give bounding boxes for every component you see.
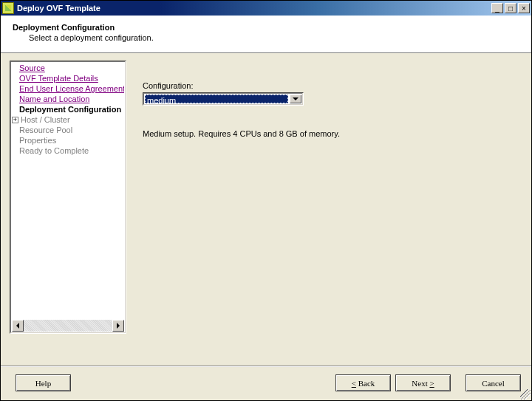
cancel-button[interactable]: Cancel [466,374,521,391]
configuration-description: Medium setup. Requires 4 CPUs and 8 GB o… [143,129,515,138]
help-button[interactable]: Help [16,374,71,391]
back-button[interactable]: < Back [335,374,391,391]
resize-grip-icon[interactable] [520,389,531,400]
wizard-step-deployment-configuration: Deployment Configuration [12,104,124,114]
wizard-step-label: Properties [19,136,56,145]
chevron-down-icon [293,97,299,100]
app-icon [2,2,14,14]
scroll-left-button[interactable] [12,320,24,332]
configuration-dropdown[interactable]: medium [143,92,304,106]
wizard-step-ovf-template-details[interactable]: OVF Template Details [12,73,124,83]
wizard-step-name-and-location[interactable]: Name and Location [12,94,124,104]
wizard-step-label[interactable]: Name and Location [19,95,89,103]
deploy-ovf-window: Deploy OVF Template _ □ × Deployment Con… [0,0,532,401]
minimize-button[interactable]: _ [491,3,503,13]
configuration-value: medium [145,95,288,103]
wizard-step-label[interactable]: Source [19,64,45,72]
wizard-step-label[interactable]: OVF Template Details [19,74,98,83]
wizard-step-label: Host / Cluster [21,115,70,124]
wizard-step-label: Resource Pool [19,126,72,134]
page-title: Deployment Configuration [13,23,519,32]
close-button[interactable]: × [518,3,530,13]
wizard-step-end-user-license-agreement[interactable]: End User License Agreement [12,83,124,94]
wizard-header: Deployment Configuration Select a deploy… [1,16,531,53]
expand-icon[interactable]: + [12,117,18,123]
wizard-step-label: Ready to Complete [19,146,89,155]
dropdown-arrow-button[interactable] [290,95,301,103]
sidebar-scrollbar[interactable] [12,320,124,332]
wizard-step-resource-pool: Resource Pool [12,125,124,135]
scroll-right-button[interactable] [112,320,124,332]
titlebar: Deploy OVF Template _ □ × [1,1,531,16]
wizard-step-label[interactable]: End User License Agreement [19,84,124,93]
wizard-footer: Help < Back Next > Cancel [1,366,531,400]
wizard-step-properties: Properties [12,135,124,145]
window-title: Deploy OVF Template [17,4,490,13]
wizard-step-source[interactable]: Source [12,63,124,73]
page-subtitle: Select a deployment configuration. [29,33,519,42]
next-button[interactable]: Next > [395,374,451,391]
wizard-step-ready-to-complete: Ready to Complete [12,145,124,156]
wizard-step-host-cluster: +Host / Cluster [12,114,124,125]
configuration-label: Configuration: [143,81,515,90]
wizard-step-label: Deployment Configuration [19,105,121,114]
wizard-steps-sidebar: SourceOVF Template DetailsEnd User Licen… [10,61,126,334]
maximize-button[interactable]: □ [505,3,516,13]
scroll-track[interactable] [24,320,112,332]
wizard-content: Configuration: medium Medium setup. Requ… [134,61,522,366]
